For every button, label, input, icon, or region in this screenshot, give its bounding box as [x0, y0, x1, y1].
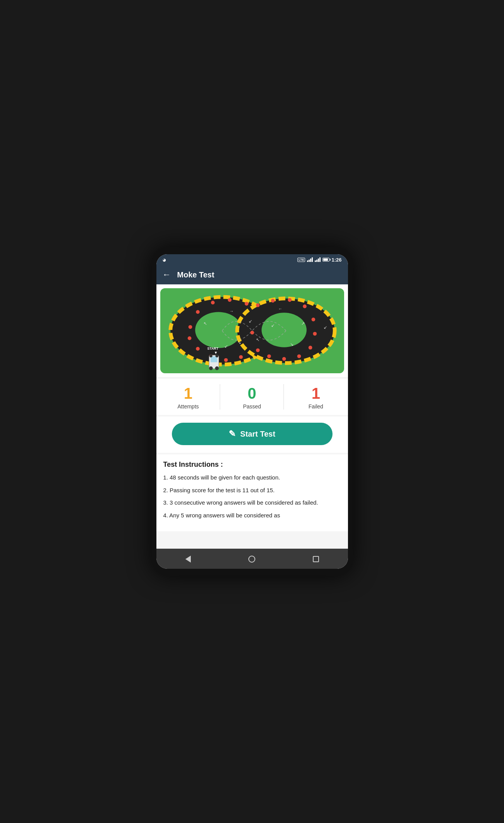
svg-point-4 — [261, 313, 307, 347]
svg-point-43 — [215, 366, 219, 370]
failed-value: 1 — [312, 386, 320, 401]
svg-point-21 — [313, 332, 317, 336]
svg-point-45 — [215, 354, 218, 357]
battery-icon — [322, 258, 329, 262]
svg-text:↗: ↗ — [301, 321, 304, 326]
instruction-item-2: Passing score for the test is 11 out of … — [163, 486, 341, 495]
svg-text:↘: ↘ — [290, 342, 293, 347]
svg-text:↙: ↙ — [271, 323, 274, 328]
instructions-section: Test Instructions : 48 seconds will be g… — [156, 454, 348, 531]
back-button[interactable]: ← — [163, 270, 171, 280]
svg-point-24 — [282, 357, 286, 361]
svg-point-9 — [188, 325, 192, 329]
svg-point-44 — [209, 354, 212, 357]
svg-point-19 — [303, 304, 307, 308]
track-container: → ← ↙ ↖ ↖ ↗ ↙ ↘ ↘ ↙ ↙ START ▼ — [156, 284, 348, 377]
track-image: → ← ↙ ↖ ↖ ↗ ↙ ↘ ↘ ↙ ↙ START ▼ — [160, 288, 344, 373]
nav-recent-button[interactable] — [307, 553, 324, 565]
instruction-item-4: Any 5 wrong answers will be considered a… — [163, 511, 341, 520]
signal-bars-2 — [315, 257, 321, 262]
instruction-item-1: 48 seconds will be given for each questi… — [163, 473, 341, 482]
instructions-title: Test Instructions : — [163, 461, 341, 469]
svg-point-23 — [297, 354, 301, 358]
nav-back-button[interactable] — [180, 553, 197, 565]
status-left: ◕ — [163, 258, 166, 262]
instruction-item-3: 3 consecutive wrong answers will be cons… — [163, 498, 341, 507]
svg-point-42 — [209, 366, 213, 370]
svg-point-8 — [244, 302, 248, 306]
recent-nav-icon — [313, 556, 319, 562]
svg-point-14 — [239, 355, 243, 359]
page-title: Moke Test — [177, 270, 214, 279]
svg-text:↙: ↙ — [224, 344, 227, 349]
attempts-label: Attempts — [178, 403, 199, 410]
pencil-icon: ✎ — [229, 429, 236, 439]
svg-point-22 — [308, 346, 312, 350]
status-right: LTE 1:26 — [297, 257, 342, 263]
svg-text:↙: ↙ — [248, 319, 252, 323]
svg-point-26 — [256, 349, 260, 352]
back-nav-icon — [185, 556, 191, 563]
time-display: 1:26 — [331, 257, 341, 263]
attempts-value: 1 — [184, 386, 192, 401]
svg-point-18 — [288, 298, 292, 302]
svg-point-11 — [196, 347, 200, 351]
lte-badge: LTE — [297, 258, 305, 262]
nav-home-button[interactable] — [243, 553, 260, 565]
svg-point-20 — [311, 318, 315, 321]
svg-point-16 — [256, 303, 260, 307]
svg-text:▼: ▼ — [214, 350, 217, 355]
start-test-button[interactable]: ✎ Start Test — [172, 423, 333, 445]
svg-point-17 — [271, 299, 275, 303]
svg-text:↖: ↖ — [204, 321, 207, 326]
failed-stat: 1 Failed — [284, 379, 348, 415]
stats-row: 1 Attempts 0 Passed 1 Failed — [156, 379, 348, 415]
signal-bars — [307, 257, 313, 262]
svg-point-15 — [250, 331, 254, 335]
main-content: → ← ↙ ↖ ↖ ↗ ↙ ↘ ↘ ↙ ↙ START ▼ — [156, 284, 348, 549]
svg-point-10 — [187, 337, 191, 340]
attempts-stat: 1 Attempts — [156, 379, 220, 415]
phone-frame: ◕ LTE 1:26 — [152, 247, 353, 576]
start-btn-label: Start Test — [240, 430, 275, 439]
svg-point-5 — [196, 310, 200, 314]
svg-point-7 — [227, 298, 231, 302]
home-nav-icon — [248, 556, 255, 563]
svg-point-6 — [211, 301, 215, 304]
bottom-nav — [156, 549, 348, 569]
svg-text:START: START — [207, 347, 218, 350]
phone-screen: ◕ LTE 1:26 — [156, 254, 348, 569]
status-bar: ◕ LTE 1:26 — [156, 254, 348, 265]
svg-text:↙: ↙ — [323, 325, 327, 330]
svg-text:←: ← — [278, 306, 282, 311]
svg-point-2 — [195, 312, 241, 348]
start-btn-container: ✎ Start Test — [156, 417, 348, 453]
svg-text:→: → — [229, 309, 234, 313]
svg-text:↖: ↖ — [256, 337, 260, 342]
passed-value: 0 — [248, 386, 256, 401]
failed-label: Failed — [309, 403, 323, 410]
passed-stat: 0 Passed — [220, 379, 284, 415]
app-bar: ← Moke Test — [156, 265, 348, 284]
carrier-icon: ◕ — [163, 258, 166, 262]
svg-point-13 — [224, 358, 228, 362]
svg-text:↘: ↘ — [237, 340, 241, 345]
passed-label: Passed — [243, 403, 261, 410]
svg-point-25 — [267, 354, 271, 358]
instruction-list: 48 seconds will be given for each questi… — [163, 473, 341, 520]
